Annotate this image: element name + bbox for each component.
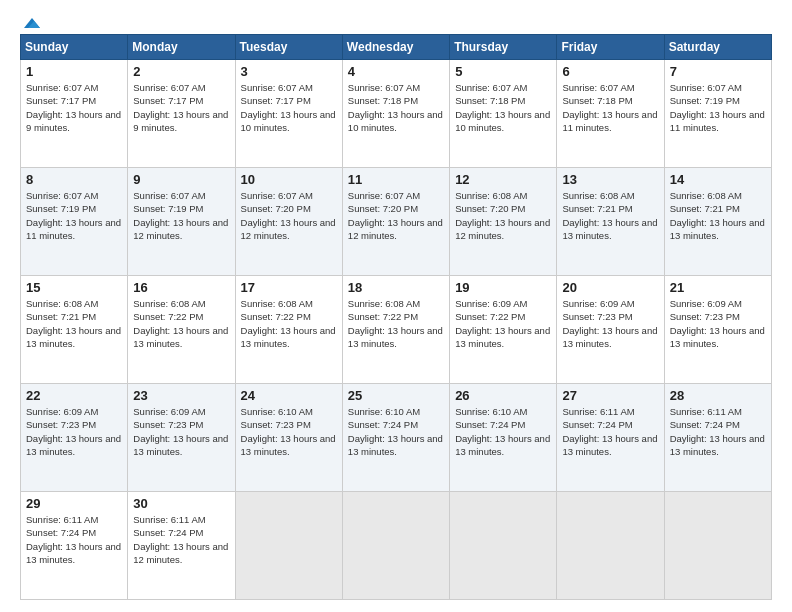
weekday-header: Sunday	[21, 35, 128, 60]
day-info: Sunrise: 6:09 AMSunset: 7:23 PMDaylight:…	[133, 406, 228, 457]
day-number: 8	[26, 172, 122, 187]
calendar-cell: 11 Sunrise: 6:07 AMSunset: 7:20 PMDaylig…	[342, 168, 449, 276]
calendar-week-row: 8 Sunrise: 6:07 AMSunset: 7:19 PMDayligh…	[21, 168, 772, 276]
weekday-header: Saturday	[664, 35, 771, 60]
day-number: 17	[241, 280, 337, 295]
day-number: 3	[241, 64, 337, 79]
calendar-cell: 18 Sunrise: 6:08 AMSunset: 7:22 PMDaylig…	[342, 276, 449, 384]
weekday-header: Friday	[557, 35, 664, 60]
day-info: Sunrise: 6:08 AMSunset: 7:21 PMDaylight:…	[670, 190, 765, 241]
calendar-cell: 29 Sunrise: 6:11 AMSunset: 7:24 PMDaylig…	[21, 492, 128, 600]
day-number: 16	[133, 280, 229, 295]
calendar-cell	[557, 492, 664, 600]
day-number: 20	[562, 280, 658, 295]
calendar-cell: 23 Sunrise: 6:09 AMSunset: 7:23 PMDaylig…	[128, 384, 235, 492]
calendar-cell: 12 Sunrise: 6:08 AMSunset: 7:20 PMDaylig…	[450, 168, 557, 276]
calendar-cell: 17 Sunrise: 6:08 AMSunset: 7:22 PMDaylig…	[235, 276, 342, 384]
day-info: Sunrise: 6:07 AMSunset: 7:17 PMDaylight:…	[133, 82, 228, 133]
calendar-cell: 15 Sunrise: 6:08 AMSunset: 7:21 PMDaylig…	[21, 276, 128, 384]
day-info: Sunrise: 6:07 AMSunset: 7:17 PMDaylight:…	[241, 82, 336, 133]
header	[20, 16, 772, 26]
calendar-cell	[235, 492, 342, 600]
day-number: 27	[562, 388, 658, 403]
day-number: 18	[348, 280, 444, 295]
calendar-cell: 24 Sunrise: 6:10 AMSunset: 7:23 PMDaylig…	[235, 384, 342, 492]
calendar-week-row: 22 Sunrise: 6:09 AMSunset: 7:23 PMDaylig…	[21, 384, 772, 492]
logo	[20, 16, 42, 26]
day-info: Sunrise: 6:08 AMSunset: 7:20 PMDaylight:…	[455, 190, 550, 241]
day-number: 2	[133, 64, 229, 79]
weekday-header: Tuesday	[235, 35, 342, 60]
calendar-week-row: 1 Sunrise: 6:07 AMSunset: 7:17 PMDayligh…	[21, 60, 772, 168]
day-info: Sunrise: 6:10 AMSunset: 7:23 PMDaylight:…	[241, 406, 336, 457]
day-info: Sunrise: 6:11 AMSunset: 7:24 PMDaylight:…	[562, 406, 657, 457]
day-info: Sunrise: 6:07 AMSunset: 7:17 PMDaylight:…	[26, 82, 121, 133]
day-number: 28	[670, 388, 766, 403]
day-info: Sunrise: 6:07 AMSunset: 7:18 PMDaylight:…	[562, 82, 657, 133]
calendar-cell: 14 Sunrise: 6:08 AMSunset: 7:21 PMDaylig…	[664, 168, 771, 276]
calendar-cell: 25 Sunrise: 6:10 AMSunset: 7:24 PMDaylig…	[342, 384, 449, 492]
calendar-cell: 3 Sunrise: 6:07 AMSunset: 7:17 PMDayligh…	[235, 60, 342, 168]
calendar-cell: 16 Sunrise: 6:08 AMSunset: 7:22 PMDaylig…	[128, 276, 235, 384]
day-number: 15	[26, 280, 122, 295]
calendar-cell: 13 Sunrise: 6:08 AMSunset: 7:21 PMDaylig…	[557, 168, 664, 276]
day-info: Sunrise: 6:10 AMSunset: 7:24 PMDaylight:…	[348, 406, 443, 457]
calendar-cell: 30 Sunrise: 6:11 AMSunset: 7:24 PMDaylig…	[128, 492, 235, 600]
day-info: Sunrise: 6:11 AMSunset: 7:24 PMDaylight:…	[670, 406, 765, 457]
weekday-header: Wednesday	[342, 35, 449, 60]
calendar-cell: 9 Sunrise: 6:07 AMSunset: 7:19 PMDayligh…	[128, 168, 235, 276]
calendar-cell: 5 Sunrise: 6:07 AMSunset: 7:18 PMDayligh…	[450, 60, 557, 168]
day-info: Sunrise: 6:11 AMSunset: 7:24 PMDaylight:…	[26, 514, 121, 565]
day-info: Sunrise: 6:07 AMSunset: 7:19 PMDaylight:…	[670, 82, 765, 133]
day-number: 25	[348, 388, 444, 403]
logo-icon	[22, 16, 42, 30]
day-number: 21	[670, 280, 766, 295]
day-info: Sunrise: 6:09 AMSunset: 7:23 PMDaylight:…	[670, 298, 765, 349]
day-number: 24	[241, 388, 337, 403]
day-info: Sunrise: 6:07 AMSunset: 7:19 PMDaylight:…	[133, 190, 228, 241]
day-info: Sunrise: 6:07 AMSunset: 7:18 PMDaylight:…	[348, 82, 443, 133]
calendar-cell: 22 Sunrise: 6:09 AMSunset: 7:23 PMDaylig…	[21, 384, 128, 492]
calendar-cell: 4 Sunrise: 6:07 AMSunset: 7:18 PMDayligh…	[342, 60, 449, 168]
day-info: Sunrise: 6:07 AMSunset: 7:18 PMDaylight:…	[455, 82, 550, 133]
calendar-cell	[342, 492, 449, 600]
calendar-cell: 6 Sunrise: 6:07 AMSunset: 7:18 PMDayligh…	[557, 60, 664, 168]
day-number: 12	[455, 172, 551, 187]
page: SundayMondayTuesdayWednesdayThursdayFrid…	[0, 0, 792, 612]
weekday-header: Thursday	[450, 35, 557, 60]
day-info: Sunrise: 6:10 AMSunset: 7:24 PMDaylight:…	[455, 406, 550, 457]
day-number: 10	[241, 172, 337, 187]
calendar-cell	[664, 492, 771, 600]
day-number: 7	[670, 64, 766, 79]
day-number: 1	[26, 64, 122, 79]
calendar-cell: 8 Sunrise: 6:07 AMSunset: 7:19 PMDayligh…	[21, 168, 128, 276]
day-info: Sunrise: 6:09 AMSunset: 7:22 PMDaylight:…	[455, 298, 550, 349]
weekday-header: Monday	[128, 35, 235, 60]
calendar-cell: 7 Sunrise: 6:07 AMSunset: 7:19 PMDayligh…	[664, 60, 771, 168]
day-number: 19	[455, 280, 551, 295]
calendar-cell: 1 Sunrise: 6:07 AMSunset: 7:17 PMDayligh…	[21, 60, 128, 168]
day-number: 5	[455, 64, 551, 79]
calendar-cell: 27 Sunrise: 6:11 AMSunset: 7:24 PMDaylig…	[557, 384, 664, 492]
day-info: Sunrise: 6:09 AMSunset: 7:23 PMDaylight:…	[562, 298, 657, 349]
day-number: 4	[348, 64, 444, 79]
header-row: SundayMondayTuesdayWednesdayThursdayFrid…	[21, 35, 772, 60]
calendar-cell: 20 Sunrise: 6:09 AMSunset: 7:23 PMDaylig…	[557, 276, 664, 384]
day-number: 23	[133, 388, 229, 403]
day-info: Sunrise: 6:08 AMSunset: 7:22 PMDaylight:…	[133, 298, 228, 349]
calendar-cell: 26 Sunrise: 6:10 AMSunset: 7:24 PMDaylig…	[450, 384, 557, 492]
day-number: 6	[562, 64, 658, 79]
day-number: 14	[670, 172, 766, 187]
day-info: Sunrise: 6:08 AMSunset: 7:21 PMDaylight:…	[562, 190, 657, 241]
day-info: Sunrise: 6:07 AMSunset: 7:19 PMDaylight:…	[26, 190, 121, 241]
day-number: 26	[455, 388, 551, 403]
day-info: Sunrise: 6:08 AMSunset: 7:21 PMDaylight:…	[26, 298, 121, 349]
calendar-cell: 10 Sunrise: 6:07 AMSunset: 7:20 PMDaylig…	[235, 168, 342, 276]
day-info: Sunrise: 6:08 AMSunset: 7:22 PMDaylight:…	[241, 298, 336, 349]
day-info: Sunrise: 6:11 AMSunset: 7:24 PMDaylight:…	[133, 514, 228, 565]
calendar-cell: 19 Sunrise: 6:09 AMSunset: 7:22 PMDaylig…	[450, 276, 557, 384]
day-info: Sunrise: 6:09 AMSunset: 7:23 PMDaylight:…	[26, 406, 121, 457]
day-info: Sunrise: 6:07 AMSunset: 7:20 PMDaylight:…	[241, 190, 336, 241]
day-number: 9	[133, 172, 229, 187]
calendar-cell: 28 Sunrise: 6:11 AMSunset: 7:24 PMDaylig…	[664, 384, 771, 492]
